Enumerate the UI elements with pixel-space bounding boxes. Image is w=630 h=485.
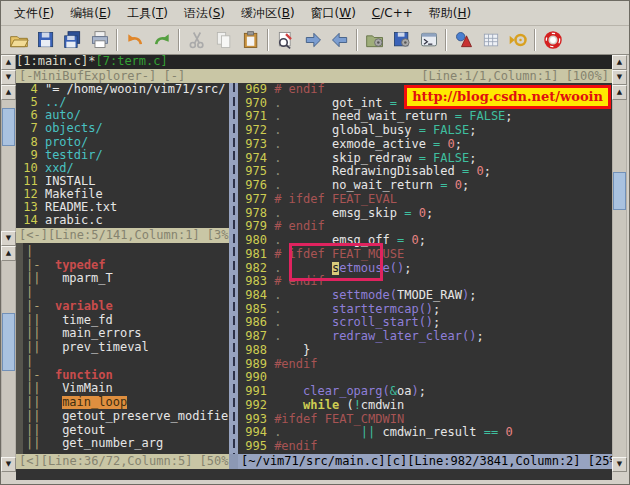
cut-icon [187,30,207,50]
undo-button[interactable] [121,27,148,53]
save-all-button[interactable] [59,27,86,53]
bottom-status-row: [<][Line:36/72,Column:5] [50%] [~/vim71/… [16,454,612,469]
command-line[interactable] [16,469,612,480]
file-explorer-pane[interactable]: 4 "= /home/wooin/vim71/src/ 5 ../ 6 auto… [16,83,229,228]
scroll-down-button[interactable]: ▼ [612,70,627,85]
menu-item[interactable]: 语法(S) [177,2,232,25]
taglist-row[interactable]: || VimMain [16,382,229,396]
copy-button[interactable] [210,27,237,53]
menu-bar: 文件(F)编辑(E)工具(T)语法(S)缓冲区(B)窗口(W)C/C++帮助(H… [1,1,629,26]
explorer-row[interactable]: 14 arabic.c [16,214,229,227]
explorer-row[interactable]: 13 README.txt [16,201,229,214]
make-button[interactable] [450,27,477,53]
explorer-row[interactable]: 12 Makefile [16,188,229,201]
scroll-down-button[interactable]: ▼ [1,457,16,472]
scrollbar-thumb[interactable] [2,313,15,371]
explorer-row[interactable]: 5 ../ [16,96,229,109]
taglist-row[interactable]: || main_loop [16,396,229,410]
menu-item[interactable]: 缓冲区(B) [234,2,302,25]
scroll-down-button[interactable]: ▼ [1,70,16,85]
find-next-button[interactable] [299,27,326,53]
taglist-pane[interactable]: ||- typedef|| mparm_T||- variable|| time… [16,243,229,454]
minibuf-left-scrollbar: ▲ ▼ [1,55,16,85]
cut-button[interactable] [183,27,210,53]
taglist-row[interactable]: | [16,245,229,259]
paste-icon [241,30,261,50]
menu-item[interactable]: 帮助(H) [422,2,478,25]
run-script-button[interactable] [415,27,442,53]
paste-button[interactable] [237,27,264,53]
find-prev-button[interactable] [326,27,353,53]
build-tags-button[interactable] [477,27,504,53]
help-button[interactable] [539,27,566,53]
taglist-row[interactable]: || mparm_T [16,272,229,286]
bottom-frame [16,480,612,483]
find-prev-icon [330,30,350,50]
scroll-up-button[interactable]: ▲ [612,85,627,100]
taglist-row[interactable]: |- variable [16,300,229,314]
vertical-split-separator[interactable] [229,83,238,454]
scroll-up-button[interactable]: ▲ [1,55,16,70]
toolbar [1,26,629,55]
scrollbar-track[interactable] [1,100,16,231]
taglist-row[interactable]: || prev_timeval [16,341,229,355]
taglist-row[interactable]: || time_fd [16,314,229,328]
text-region: ▲ ▼ ▲ ▼ ▲ ▼ [1:main.c]*[7:term.c] [1,55,629,483]
find-replace-button[interactable] [272,27,299,53]
taglist-row[interactable]: |- typedef [16,259,229,273]
scrollbar-thumb[interactable] [613,172,626,210]
code-line: 994 . || cmdwin_result == 0 [238,426,612,440]
menu-item[interactable]: 编辑(E) [63,2,118,25]
scroll-down-button[interactable]: ▼ [1,231,16,246]
minibufexplorer-tabs[interactable]: [1:main.c]*[7:term.c] [16,55,612,69]
explorer-row[interactable]: 9 testdir/ [16,149,229,162]
taglist-row[interactable]: | [16,355,229,369]
code-line: 976 . no_wait_return = 0; [238,179,612,193]
taglist-row[interactable]: || get_number_arg [16,437,229,451]
tag-jump-button[interactable] [504,27,531,53]
undo-icon [125,30,145,50]
scrollbar-track[interactable] [1,261,16,457]
code-line: 988 } [238,344,612,358]
taglist-row[interactable]: |- function [16,369,229,383]
taglist-row[interactable]: || getout [16,424,229,438]
minibuf-status-left: [-MiniBufExplorer-] [-] [19,69,185,83]
load-session-button[interactable] [361,27,388,53]
menu-item[interactable]: 窗口(W) [304,2,363,25]
menu-item[interactable]: 文件(F) [7,2,61,25]
open-button[interactable] [5,27,32,53]
explorer-row[interactable]: 7 objects/ [16,122,229,135]
tag-jump-icon [508,30,528,50]
save-button[interactable] [32,27,59,53]
build-tags-icon [481,30,501,50]
explorer-row[interactable]: 11 INSTALL [16,175,229,188]
scrollbar-thumb[interactable] [2,108,15,146]
scroll-up-button[interactable]: ▲ [612,55,627,70]
explorer-row[interactable]: 10 xxd/ [16,162,229,175]
code-editor-pane[interactable]: 969 # endif 970 . got_int = TRUE; 971 . … [238,83,612,454]
print-button[interactable] [86,27,113,53]
explorer-row[interactable]: 6 auto/ [16,109,229,122]
taglist-row[interactable]: | [16,286,229,300]
open-icon [9,30,29,50]
code-line: 972 . global_busy = FALSE; [238,124,612,138]
load-session-icon [365,30,385,50]
explorer-scrollbar: ▲ ▼ [1,85,16,246]
explorer-row[interactable]: 8 proto/ [16,136,229,149]
scroll-down-button[interactable]: ▼ [612,457,627,472]
code-line: 987 . redraw_later_clear(); [238,330,612,344]
menu-item[interactable]: C/C++ [365,3,420,23]
minibuf-statusline: [-MiniBufExplorer-] [-] [Line:1/1,Column… [16,69,612,83]
scroll-up-button[interactable]: ▲ [1,85,16,100]
redo-button[interactable] [148,27,175,53]
scroll-up-button[interactable]: ▲ [1,246,16,261]
explorer-row[interactable]: 4 "= /home/wooin/vim71/src/ [16,83,229,96]
toolbar-separator [445,29,447,51]
scrollbar-track[interactable] [612,100,627,457]
taglist-row[interactable]: || main_errors [16,327,229,341]
save-session-button[interactable] [388,27,415,53]
highlight-annotation-box [289,243,383,281]
menu-item[interactable]: 工具(T) [120,2,175,25]
taglist-row[interactable]: || getout_preserve_modifie [16,410,229,424]
buffer-tab-line[interactable]: [1:main.c]*[7:term.c] [16,55,168,69]
